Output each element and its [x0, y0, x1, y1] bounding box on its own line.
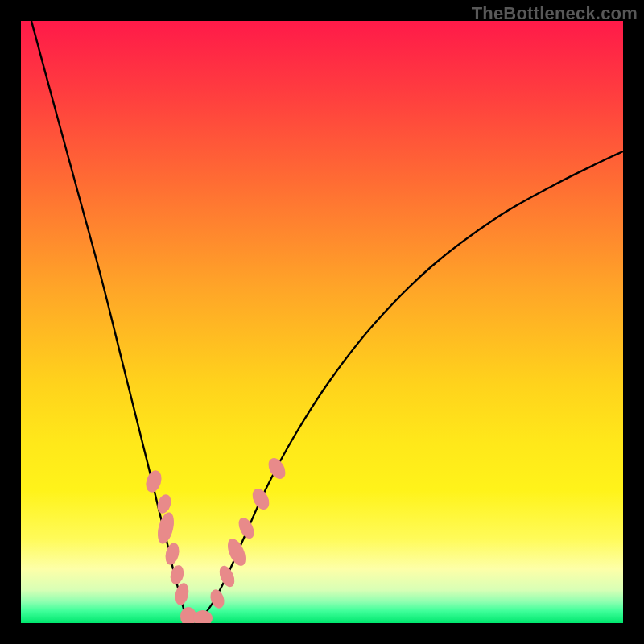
data-marker — [168, 564, 185, 585]
data-marker — [193, 610, 213, 623]
data-marker — [236, 515, 258, 541]
data-marker — [224, 536, 249, 568]
data-marker — [155, 510, 176, 545]
markers-group — [143, 455, 289, 623]
data-marker — [249, 485, 272, 512]
data-marker — [163, 541, 181, 566]
data-marker — [173, 582, 190, 607]
chart-frame: TheBottleneck.com — [0, 0, 644, 644]
curve-group — [31, 21, 623, 623]
data-marker — [143, 469, 164, 494]
data-marker — [155, 493, 174, 515]
curve-right — [190, 151, 623, 623]
data-marker — [265, 455, 289, 481]
data-marker — [217, 564, 237, 589]
chart-svg — [21, 21, 623, 623]
